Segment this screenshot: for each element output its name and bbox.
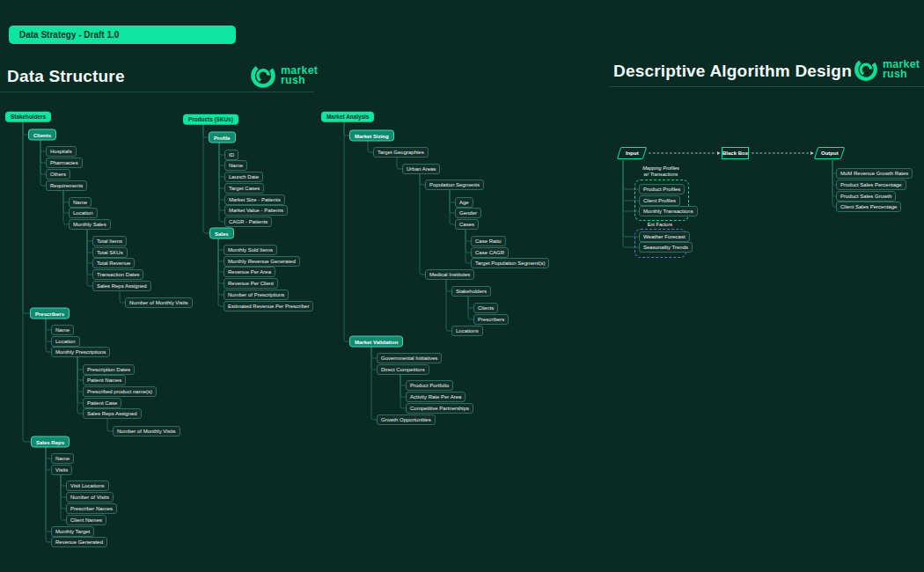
marketrush-logo[interactable]: marketrush (853, 56, 920, 83)
node-p-location[interactable]: Location (51, 336, 80, 347)
node-req-location[interactable]: Location (69, 208, 98, 218)
node-client-profiles[interactable]: Client Profiles (639, 195, 680, 206)
marketrush-logo[interactable]: marketrush (249, 62, 318, 90)
node-total-revenue[interactable]: Total Revenue (92, 258, 135, 268)
input-group-ext-factors-label: Ext Factors (634, 222, 686, 228)
flow-input-shape[interactable]: Input (617, 147, 648, 159)
node-product-sales-percentage[interactable]: Product Sales Percentage (836, 180, 906, 190)
node-nmv1[interactable]: Number of Monthly Visits (125, 297, 193, 308)
node-product-sales-growth[interactable]: Product Sales Growth (836, 191, 896, 202)
node-others[interactable]: Others (46, 169, 70, 180)
node-growth-opportunities[interactable]: Growth Opportunities (377, 414, 436, 425)
connector-line (46, 315, 51, 352)
node-id[interactable]: ID (224, 150, 238, 160)
node-sra1[interactable]: Sales Reps Assigned (92, 281, 151, 291)
node-client-names[interactable]: Client Names (66, 515, 106, 525)
node-monthly-prescriptions[interactable]: Monthly Prescriptions (51, 347, 110, 357)
node-cagr[interactable]: CAGR - Patients (224, 216, 272, 227)
node-transaction-dates[interactable]: Transaction Dates (92, 269, 143, 280)
node-population-segments[interactable]: Population Segments (425, 180, 484, 190)
node-sra2[interactable]: Sales Reps Assigned (83, 408, 142, 419)
section-title-descriptive-algorithm-design[interactable]: Descriptive Algorithm Design (613, 62, 852, 81)
section-title-data-structure[interactable]: Data Structure (7, 67, 125, 86)
node-market-validation[interactable]: Market Validation (349, 336, 403, 348)
node-patient-names[interactable]: Patient Names (83, 375, 126, 385)
node-clients[interactable]: Clients (28, 129, 56, 141)
node-seasonality-trends[interactable]: Seasonality Trends (639, 242, 693, 253)
node-p-name[interactable]: Name (51, 325, 74, 335)
node-prescriber-names[interactable]: Prescriber Names (66, 503, 117, 514)
node-monthly-transactions[interactable]: Monthly Transactions (639, 206, 698, 216)
marketrush-logo-text: marketrush (281, 66, 318, 85)
node-weather-forecast[interactable]: Weather Forecast (639, 231, 690, 242)
node-req-name[interactable]: Name (69, 197, 92, 208)
node-name[interactable]: Name (224, 160, 247, 171)
node-number-of-visits[interactable]: Number of Visits (66, 492, 114, 502)
node-competitive-partnerships[interactable]: Competitive Partnerships (406, 403, 473, 414)
node-launch-date[interactable]: Launch Date (224, 172, 263, 182)
node-profile[interactable]: Profile (209, 132, 236, 143)
node-visits[interactable]: Visits (51, 465, 72, 475)
node-prescription-dates[interactable]: Prescription Dates (83, 364, 135, 375)
node-market-size[interactable]: Market Size - Patients (224, 194, 285, 205)
node-nmv2[interactable]: Number of Monthly Visits (113, 426, 180, 436)
node-locations[interactable]: Locations (451, 326, 483, 336)
connector-line (446, 276, 451, 331)
node-requirements[interactable]: Requirements (46, 180, 87, 191)
node-ma-prescribers[interactable]: Prescribers (473, 314, 509, 325)
node-market-analysis[interactable]: Market Analysis (321, 112, 374, 122)
connector-line (23, 119, 30, 313)
node-urban-areas[interactable]: Urban Areas (402, 164, 440, 174)
node-activity-rate[interactable]: Activity Rate Per Area (406, 392, 466, 402)
node-total-skus[interactable]: Total SKUs (92, 247, 128, 258)
node-prescribers[interactable]: Prescribers (30, 308, 70, 319)
node-revenue-generated[interactable]: Revenue Generated (51, 537, 107, 547)
node-governmental-initiatives[interactable]: Governmental Initiatives (377, 353, 442, 363)
node-product-portfolio[interactable]: Product Portfolio (406, 380, 453, 391)
node-sr-name[interactable]: Name (51, 453, 74, 464)
node-age[interactable]: Age (455, 197, 473, 208)
node-revenue-per-client[interactable]: Revenue Per Client (224, 278, 278, 289)
node-market-value[interactable]: Market Value - Patients (224, 205, 288, 216)
section-divider-right (609, 86, 924, 87)
node-total-items[interactable]: Total Items (92, 236, 127, 246)
node-medical-institutes[interactable]: Medical Institutes (425, 269, 474, 280)
node-monthly-sales[interactable]: Monthly Sales (69, 219, 111, 230)
node-sales-reps[interactable]: Sales Reps (31, 436, 70, 448)
node-target-population[interactable]: Target Population Segment(s) (471, 258, 549, 268)
node-est-revenue[interactable]: Estimated Revenue Per Prescriber (224, 301, 313, 312)
marketrush-logo-icon (853, 56, 879, 83)
node-gender[interactable]: Gender (455, 208, 481, 218)
node-target-geographies[interactable]: Target Geographies (373, 147, 429, 158)
node-hospitals[interactable]: Hospitals (46, 146, 77, 157)
node-ma-clients[interactable]: Clients (473, 303, 498, 313)
node-pharmacies[interactable]: Pharmacies (46, 158, 83, 168)
node-monthly-revenue-generated[interactable]: Monthly Revenue Generated (224, 256, 300, 267)
flow-output-shape[interactable]: Output (814, 147, 846, 159)
node-stakeholders[interactable]: Stakeholders (5, 112, 51, 122)
node-mom-revenue-growth-rates[interactable]: MoM Revenue Growth Rates (836, 168, 913, 179)
node-number-of-prescriptions[interactable]: Number of Prescriptions (224, 290, 289, 300)
node-products[interactable]: Products (SKUs) (183, 114, 238, 125)
node-visit-locations[interactable]: Visit Locations (66, 480, 109, 491)
node-sales[interactable]: Sales (209, 228, 234, 239)
node-market-sizing[interactable]: Market Sizing (349, 130, 394, 142)
node-prescribed-products[interactable]: Prescribed product name(s) (83, 386, 157, 397)
board-title-pill[interactable]: Data Strategy - Draft 1.0 (9, 26, 236, 44)
node-monthly-sold-items[interactable]: Monthly Sold Items (224, 245, 277, 255)
connector-line (87, 226, 92, 263)
node-cases[interactable]: Cases (455, 219, 479, 230)
node-ma-stakeholders[interactable]: Stakeholders (451, 286, 491, 297)
node-monthly-target[interactable]: Monthly Target (51, 526, 94, 537)
node-case-cagr[interactable]: Case CAGR (471, 247, 509, 258)
node-case-ratio[interactable]: Case Ratio (471, 236, 506, 246)
node-patient-case[interactable]: Patient Case (83, 398, 121, 408)
node-revenue-per-area[interactable]: Revenue Per Area (224, 267, 275, 277)
node-target-cases[interactable]: Target Cases (224, 183, 264, 194)
node-product-profiles[interactable]: Product Profiles (639, 184, 685, 194)
flow-black-box-shape[interactable]: Black Box (722, 147, 749, 159)
node-direct-competitors[interactable]: Direct Competitors (377, 364, 429, 375)
node-client-sales-percentage[interactable]: Client Sales Percentage (836, 202, 901, 212)
marketrush-logo-text: marketrush (883, 60, 920, 79)
whiteboard-canvas[interactable]: Data Strategy - Draft 1.0 Data Structure… (0, 0, 924, 572)
